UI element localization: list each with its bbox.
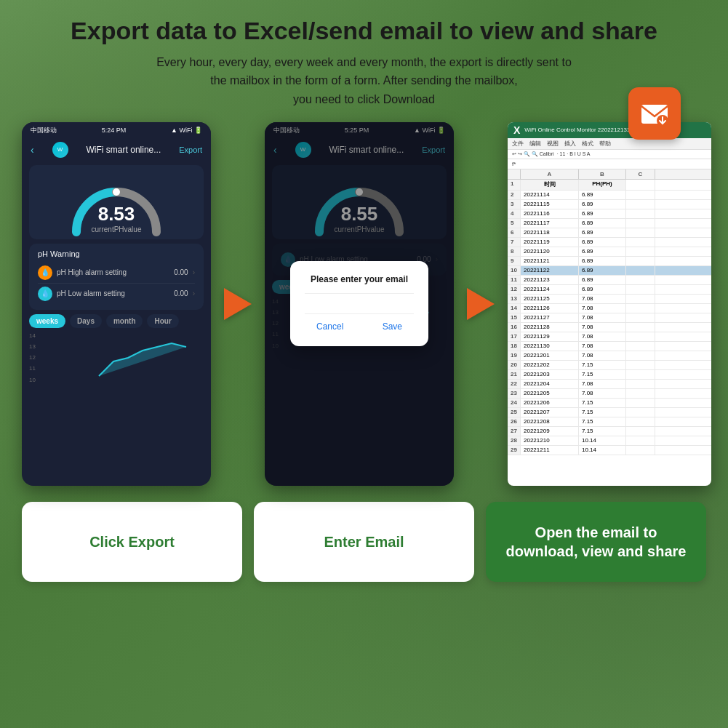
phone1-chart: 14 13 12 11 10 bbox=[29, 332, 204, 383]
excel-menu-bar: 文件 编辑 视图 插入 格式 帮助 bbox=[508, 138, 711, 150]
card3-text: Open the email to download, view and sha… bbox=[497, 523, 695, 561]
excel-toolbar: ↩ ↪ 🔍 🔍 Calibri · 11 · B I U S A bbox=[508, 150, 711, 159]
excel-row: 25202212077.15 bbox=[508, 408, 711, 417]
ph-high-value: 0.00 bbox=[174, 268, 188, 276]
phone-screen-2: 中国移动 5:25 PM ▲ WiFi 🔋 ‹ W WiFi smart onl… bbox=[265, 122, 454, 486]
ph-high-arrow: › bbox=[193, 268, 195, 276]
arrow-shape-2 bbox=[467, 288, 495, 320]
header-section: Export data to Excel/send email to view … bbox=[30, 16, 699, 109]
phone1-export-btn[interactable]: Export bbox=[179, 145, 202, 154]
ph-low-icon: 💧 bbox=[38, 287, 52, 301]
excel-row: 15202211277.08 bbox=[508, 313, 711, 323]
excel-row: 23202212057.08 bbox=[508, 389, 711, 399]
excel-row: 9202211216.89 bbox=[508, 257, 711, 266]
phone1-tabs: weeks Days month Hour bbox=[29, 314, 204, 328]
excel-screen: X WiFi Online Control Monitor 2202212131… bbox=[508, 122, 711, 486]
dialog-buttons: Cancel Save bbox=[305, 313, 414, 333]
phone1-gauge-label: currentPHvalue bbox=[92, 225, 142, 233]
excel-row: 26202212087.15 bbox=[508, 417, 711, 427]
excel-logo: X bbox=[513, 124, 520, 136]
svg-point-2 bbox=[113, 188, 120, 196]
card-open-email: Open the email to download, view and sha… bbox=[486, 502, 706, 582]
excel-row: 3202211156.89 bbox=[508, 200, 711, 209]
excel-row: 10202211226.89 bbox=[508, 266, 711, 276]
phone1-y-labels: 14 13 12 11 10 bbox=[29, 332, 36, 383]
excel-row: 21202212037.15 bbox=[508, 370, 711, 380]
phone1-ph-title: pH Warning bbox=[38, 249, 195, 258]
dialog-title: Please enter your email bbox=[305, 274, 414, 284]
email-dialog: Please enter your email Cancel Save bbox=[290, 261, 428, 346]
excel-row: 17202211297.08 bbox=[508, 332, 711, 342]
excel-formula-bar: f* bbox=[508, 159, 711, 169]
arrow-2 bbox=[463, 288, 499, 320]
excel-row: 27202212097.15 bbox=[508, 427, 711, 436]
excel-row: 6202211186.89 bbox=[508, 228, 711, 238]
email-icon-container bbox=[628, 87, 681, 140]
excel-title-bar: X WiFi Online Control Monitor 2202212131… bbox=[508, 122, 711, 138]
excel-row: 20202212027.15 bbox=[508, 361, 711, 370]
excel-row: 13202211257.08 bbox=[508, 295, 711, 304]
excel-row: 24202212067.15 bbox=[508, 399, 711, 408]
excel-row: 4202211166.89 bbox=[508, 209, 711, 219]
bottom-cards-row: Click Export Enter Email Open the email … bbox=[22, 502, 706, 582]
excel-row: 22202212047.08 bbox=[508, 380, 711, 389]
card-enter-email: Enter Email bbox=[254, 502, 474, 582]
excel-row: 8202211206.89 bbox=[508, 247, 711, 257]
excel-row: 12202211246.89 bbox=[508, 285, 711, 295]
excel-row: 5202211176.89 bbox=[508, 219, 711, 228]
card-click-export: Click Export bbox=[22, 502, 242, 582]
excel-row: 19202212017.08 bbox=[508, 351, 711, 361]
ph-low-value: 0.00 bbox=[174, 289, 188, 297]
excel-row: 14202211267.08 bbox=[508, 304, 711, 313]
email-icon-box bbox=[628, 87, 681, 140]
dialog-cancel-btn[interactable]: Cancel bbox=[305, 320, 355, 333]
phone1-gauge-value: 8.53 bbox=[98, 203, 135, 225]
ph-low-arrow: › bbox=[193, 289, 195, 297]
excel-col-headers: A B C bbox=[508, 169, 711, 180]
main-content: Export data to Excel/send email to view … bbox=[0, 0, 728, 728]
phone1-status-bar: 中国移动 5:24 PM ▲ WiFi 🔋 bbox=[22, 122, 211, 139]
card1-text: Click Export bbox=[89, 532, 175, 551]
tab-days-1[interactable]: Days bbox=[70, 314, 102, 328]
main-title: Export data to Excel/send email to view … bbox=[30, 16, 699, 46]
excel-row: 1时间PH(PH) bbox=[508, 180, 711, 191]
ph-high-icon: 💧 bbox=[38, 265, 52, 280]
ph-row-low: 💧 pH Low alarm setting 0.00 › bbox=[38, 284, 195, 304]
excel-row: 11202211236.89 bbox=[508, 276, 711, 285]
excel-row: 292022121110.14 bbox=[508, 446, 711, 455]
phone1-nav-bar: ‹ W WiFi smart online... Export bbox=[22, 139, 211, 162]
arrow-1 bbox=[220, 288, 256, 320]
email-dialog-overlay: Please enter your email Cancel Save bbox=[265, 122, 454, 486]
ph-row-high: 💧 pH High alarm setting 0.00 › bbox=[38, 263, 195, 284]
ph-high-label: pH High alarm setting bbox=[57, 268, 169, 276]
excel-row: 18202211307.08 bbox=[508, 342, 711, 351]
phone1-back-arrow: ‹ bbox=[31, 144, 34, 156]
phone1-title: WiFi smart online... bbox=[87, 145, 161, 155]
excel-rows: 1时间PH(PH)2202211146.893202211156.8942022… bbox=[508, 180, 711, 455]
phone1-chart-svg bbox=[41, 332, 208, 383]
tab-weeks-1[interactable]: weeks bbox=[29, 314, 65, 328]
tab-month-1[interactable]: month bbox=[106, 314, 143, 328]
tab-hour-1[interactable]: Hour bbox=[147, 314, 178, 328]
phone1-gauge: 8.53 currentPHvalue bbox=[29, 165, 204, 239]
phone1-ph-warning: pH Warning 💧 pH High alarm setting 0.00 … bbox=[29, 244, 204, 310]
excel-grid: A B C 1时间PH(PH)2202211146.893202211156.8… bbox=[508, 169, 711, 486]
card2-text: Enter Email bbox=[324, 532, 404, 551]
dialog-save-btn[interactable]: Save bbox=[371, 320, 414, 333]
phone-screen-1: 中国移动 5:24 PM ▲ WiFi 🔋 ‹ W WiFi smart onl… bbox=[22, 122, 211, 486]
ph-low-label: pH Low alarm setting bbox=[57, 289, 169, 297]
svg-marker-3 bbox=[99, 343, 186, 376]
excel-row: 7202211196.89 bbox=[508, 238, 711, 247]
phone1-logo: W bbox=[52, 142, 68, 158]
dialog-email-input[interactable] bbox=[305, 293, 414, 308]
excel-row: 2202211146.89 bbox=[508, 191, 711, 200]
arrow-shape-1 bbox=[224, 288, 252, 320]
email-icon bbox=[639, 97, 671, 129]
excel-row: 16202211287.08 bbox=[508, 323, 711, 332]
excel-row: 282022121010.14 bbox=[508, 436, 711, 446]
subtitle: Every hour, every day, every week and ev… bbox=[30, 53, 699, 109]
screenshots-row: 中国移动 5:24 PM ▲ WiFi 🔋 ‹ W WiFi smart onl… bbox=[22, 122, 706, 486]
